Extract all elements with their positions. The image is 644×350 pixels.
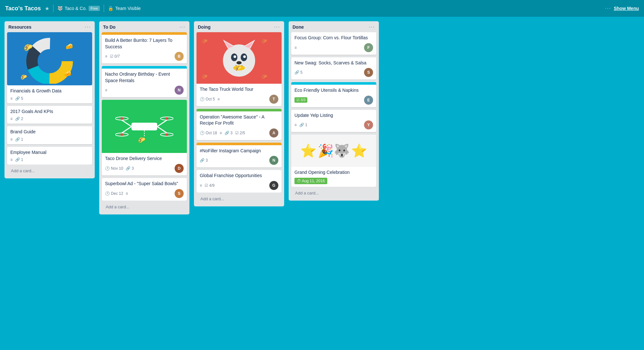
- column-header-doing: Doing ···: [194, 21, 284, 32]
- card-footer-superbowl: 🕐 Dec 12 ≡ S: [105, 189, 184, 198]
- card-body-yelp: Update Yelp Listing ≡ 🔗 1 Y: [291, 110, 376, 132]
- card-footer-employee: ≡ 🔗 1: [10, 157, 89, 162]
- card-footer-awesome-sauce: 🕐 Oct 18 ≡ 🔗 3 ☑ 2/5 A: [200, 128, 278, 137]
- avatar-focus-group: F: [364, 43, 373, 52]
- avatar-nofiller: N: [269, 156, 278, 165]
- app-header: Taco's Tacos ★ 🐺 Taco & Co. Free 🔒 Team …: [0, 0, 644, 17]
- visibility-section[interactable]: 🔒 Team Visible: [108, 6, 141, 11]
- donut-chart: 🌮 🧀 🧀 🌮: [14, 34, 85, 84]
- add-card-done[interactable]: Add a card...: [291, 188, 376, 198]
- card-body-grand-opening: Grand Opening Celebration ⏱ Aug 11, 2016: [291, 167, 376, 187]
- svg-point-20: [166, 117, 168, 120]
- card-burrito[interactable]: Build A Better Burrito: 7 Layers To Succ…: [102, 32, 187, 63]
- card-franchise[interactable]: Global Franchise Opportunities ≡ ☑ 4/9 G: [197, 170, 282, 193]
- card-title-nofiller: #NoFiller Instagram Campaign: [200, 148, 278, 154]
- card-chart[interactable]: 🌮 🧀 🧀 🌮 Financials & Growth Data ≡ 🔗 5: [7, 32, 92, 103]
- card-body-brand: Brand Guide ≡ 🔗 1: [7, 126, 92, 144]
- avatar-burrito: B: [175, 52, 184, 61]
- date-badge-grand-opening: ⏱ Aug 11, 2016: [294, 178, 327, 184]
- star-icon[interactable]: ★: [45, 5, 49, 12]
- checklist-badge-eco: ☑ 3/3: [294, 97, 307, 103]
- date-drone: 🕐 Nov 10: [105, 166, 123, 171]
- card-body-nofiller: #NoFiller Instagram Campaign 🔗 3 N: [197, 145, 282, 168]
- board: Resources ···: [0, 17, 644, 350]
- avatar-img-focus-group: F: [364, 43, 373, 52]
- star-right: ⭐: [351, 143, 367, 158]
- card-eco[interactable]: Eco Friendly Utensils & Napkins ☑ 3/3 E: [291, 82, 376, 107]
- card-title-goals: 2017 Goals And KPIs: [10, 109, 89, 115]
- avatar-awesome-sauce: A: [269, 128, 278, 137]
- column-header-done: Done ···: [289, 21, 379, 32]
- card-brand[interactable]: Brand Guide ≡ 🔗 1: [7, 126, 92, 144]
- drone-svg: 🌮: [115, 110, 173, 143]
- org-section: 🐺 Taco & Co. Free: [57, 6, 100, 11]
- svg-line-12: [122, 127, 131, 133]
- desc-icon-financials: ≡: [10, 96, 13, 101]
- date-awesome-sauce: 🕐 Oct 18: [200, 131, 217, 135]
- card-superbowl[interactable]: Superbowl Ad - "Super Salad Bowls" 🕐 Dec…: [102, 178, 187, 201]
- avatar-superbowl: S: [175, 189, 184, 198]
- svg-text:🌮: 🌮: [202, 39, 208, 44]
- add-card-resources[interactable]: Add a card...: [7, 166, 92, 176]
- avatar-taco-truck: T: [269, 95, 278, 104]
- card-swag[interactable]: New Swag: Socks, Scarves & Salsa 🔗 5 S: [291, 57, 376, 80]
- card-meta-nacho: ≡: [105, 88, 107, 92]
- column-resources: Resources ···: [5, 21, 95, 178]
- card-body-nacho: Nacho Ordinary Birthday - Event Space Re…: [102, 69, 187, 97]
- card-employee[interactable]: Employee Manual ≡ 🔗 1: [7, 147, 92, 165]
- card-meta-eco: ☑ 3/3: [294, 97, 307, 103]
- card-meta-grand-opening: ⏱ Aug 11, 2016: [294, 178, 327, 184]
- card-title-franchise: Global Franchise Opportunities: [200, 173, 278, 179]
- card-focus-group[interactable]: Focus Group: Corn vs. Flour Tortillas ≡ …: [291, 32, 376, 55]
- card-taco-truck-image: 🌮 🌮 🌮 🌮 🌮: [197, 32, 282, 84]
- column-menu-done[interactable]: ···: [369, 24, 375, 30]
- svg-point-26: [223, 44, 255, 77]
- svg-point-19: [120, 117, 123, 120]
- card-goals[interactable]: 2017 Goals And KPIs ≡ 🔗 2: [7, 106, 92, 124]
- card-yelp[interactable]: Update Yelp Listing ≡ 🔗 1 Y: [291, 110, 376, 132]
- card-nacho[interactable]: Nacho Ordinary Birthday - Event Space Re…: [102, 66, 187, 97]
- svg-point-5: [40, 52, 59, 71]
- attachment-nofiller: 🔗 3: [200, 158, 208, 163]
- card-footer-grand-opening: ⏱ Aug 11, 2016: [294, 178, 373, 184]
- show-menu-button[interactable]: Show Menu: [614, 6, 639, 11]
- column-todo: To Do ··· Build A Better Burrito: 7 Laye…: [99, 21, 189, 214]
- card-awesome-sauce[interactable]: Operation "Awesome Sauce" - A Recipe For…: [197, 109, 282, 140]
- column-menu-doing[interactable]: ···: [274, 24, 280, 30]
- card-body-goals: 2017 Goals And KPIs ≡ 🔗 2: [7, 106, 92, 124]
- column-menu-todo[interactable]: ···: [179, 24, 186, 30]
- desc-icon-employee: ≡: [10, 157, 13, 162]
- header-divider-2: [104, 5, 104, 12]
- card-title-financials: Financials & Growth Data: [10, 88, 89, 94]
- card-title-focus-group: Focus Group: Corn vs. Flour Tortillas: [294, 35, 373, 41]
- card-drone[interactable]: 🌮 Taco Drone Delivery Service 🕐 Nov 10 🔗…: [102, 100, 187, 175]
- card-body-focus-group: Focus Group: Corn vs. Flour Tortillas ≡ …: [291, 32, 376, 55]
- column-menu-resources[interactable]: ···: [85, 24, 91, 30]
- card-footer-goals: ≡ 🔗 2: [10, 117, 89, 121]
- card-grand-opening[interactable]: ⭐ 🎉🐺 ⭐ Grand Opening Celebration ⏱ Aug 1…: [291, 135, 376, 187]
- card-grand-opening-image: ⭐ 🎉🐺 ⭐: [291, 135, 376, 167]
- card-meta-financials: ≡ 🔗 5: [10, 96, 23, 101]
- add-card-todo[interactable]: Add a card...: [102, 202, 187, 212]
- svg-text:🌮: 🌮: [262, 39, 267, 44]
- column-title-done: Done: [293, 24, 304, 30]
- card-taco-truck[interactable]: 🌮 🌮 🌮 🌮 🌮 The Taco Truck World Tour 🕐 Oc…: [197, 32, 282, 106]
- card-title-brand: Brand Guide: [10, 129, 89, 135]
- card-title-yelp: Update Yelp Listing: [294, 112, 373, 119]
- card-body-franchise: Global Franchise Opportunities ≡ ☑ 4/9 G: [197, 170, 282, 193]
- card-footer-drone: 🕐 Nov 10 🔗 3 D: [105, 164, 184, 173]
- card-body-superbowl: Superbowl Ad - "Super Salad Bowls" 🕐 Dec…: [102, 178, 187, 201]
- card-nofiller[interactable]: #NoFiller Instagram Campaign 🔗 3 N: [197, 143, 282, 168]
- card-body-drone: Taco Drone Delivery Service 🕐 Nov 10 🔗 3…: [102, 153, 187, 175]
- avatar-swag: S: [364, 68, 373, 77]
- card-footer-brand: ≡ 🔗 1: [10, 137, 89, 142]
- card-body-burrito: Build A Better Burrito: 7 Layers To Succ…: [102, 35, 187, 63]
- avatar-img-nacho: N: [175, 86, 184, 95]
- add-card-doing[interactable]: Add a card...: [197, 194, 282, 204]
- visibility-icon: 🔒: [108, 6, 113, 11]
- board-title: Taco's Tacos: [5, 5, 41, 12]
- card-footer-taco-truck: 🕐 Oct 5 ≡ T: [200, 95, 278, 104]
- desc-icon-superbowl: ≡: [126, 191, 128, 196]
- desc-icon-awesome-sauce: ≡: [220, 131, 222, 135]
- svg-point-33: [234, 55, 236, 58]
